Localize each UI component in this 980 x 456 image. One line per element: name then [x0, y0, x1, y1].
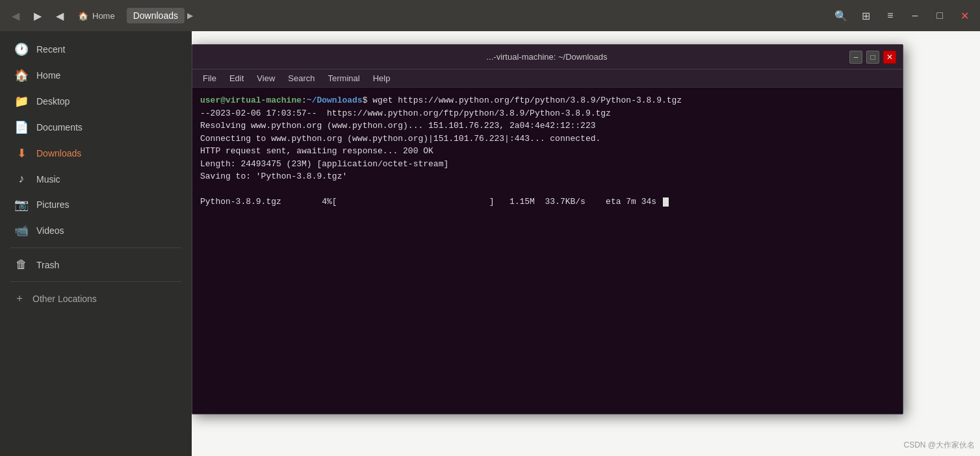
- search-button[interactable]: 🔍: [831, 5, 851, 26]
- terminal-prompt-dollar: $: [363, 95, 373, 105]
- sidebar-item-recent[interactable]: 🕐 Recent: [4, 37, 188, 62]
- forward-icon: ▶: [34, 10, 42, 22]
- sidebar-divider: [10, 247, 181, 248]
- recent-icon: 🕐: [14, 42, 29, 57]
- terminal-command: wget https://www.python.org/ftp/python/3…: [372, 95, 682, 105]
- sidebar-label-home: Home: [36, 70, 60, 81]
- sidebar-label-recent: Recent: [36, 44, 65, 55]
- home-icon: 🏠: [78, 11, 88, 21]
- home-sidebar-icon: 🏠: [14, 68, 29, 82]
- terminal-progress-line: Python-3.8.9.tgz 4%[ ] 1.15M 33.7KB/s et…: [200, 197, 669, 207]
- sidebar-label-documents: Documents: [36, 122, 83, 133]
- sidebar-label-videos: Videos: [36, 225, 64, 236]
- watermark-text: CSDN @大作家伙名: [903, 440, 975, 450]
- view-toggle-button[interactable]: ⊞: [855, 5, 876, 26]
- terminal-prompt-user: user@virtual-machine: [200, 95, 302, 105]
- minimize-icon: –: [912, 10, 918, 21]
- menu-icon: ≡: [887, 10, 893, 21]
- history-icon: ◀: [56, 10, 64, 22]
- sidebar-label-pictures: Pictures: [36, 199, 70, 210]
- sidebar: 🕐 Recent 🏠 Home 📁 Desktop 📄 Documents ⬇ …: [0, 31, 192, 456]
- view-icon: ⊞: [862, 10, 870, 22]
- terminal-prompt-path: ~/Downloads: [307, 95, 363, 105]
- desktop-icon: 📁: [14, 94, 29, 108]
- sidebar-item-music[interactable]: ♪ Music: [4, 167, 188, 191]
- menu-file[interactable]: File: [198, 72, 222, 84]
- menu-view[interactable]: View: [251, 72, 280, 84]
- sidebar-label-downloads: Downloads: [36, 148, 81, 158]
- videos-icon: 📹: [14, 223, 29, 238]
- terminal-cursor: [663, 197, 669, 207]
- sidebar-item-home[interactable]: 🏠 Home: [4, 63, 188, 88]
- history-button[interactable]: ◀: [49, 5, 70, 26]
- music-icon: ♪: [14, 172, 29, 186]
- content-area: ...-virtual-machine: ~/Downloads – □ ✕ F…: [192, 31, 980, 456]
- home-button[interactable]: 🏠 Home: [71, 5, 122, 26]
- terminal-window[interactable]: ...-virtual-machine: ~/Downloads – □ ✕ F…: [192, 44, 903, 414]
- sidebar-label-other: Other Locations: [32, 294, 97, 304]
- documents-icon: 📄: [14, 120, 29, 134]
- window-close-button[interactable]: ✕: [954, 5, 975, 26]
- terminal-title: ...-virtual-machine: ~/Downloads: [244, 52, 849, 62]
- pictures-icon: 📷: [14, 197, 29, 212]
- menu-help[interactable]: Help: [368, 72, 396, 84]
- terminal-minimize-button[interactable]: –: [849, 51, 862, 64]
- downloads-icon: ⬇: [14, 146, 29, 160]
- terminal-body[interactable]: user@virtual-machine:~/Downloads$ wget h…: [192, 88, 903, 414]
- terminal-maximize-button[interactable]: □: [866, 51, 879, 64]
- sidebar-label-trash: Trash: [36, 260, 59, 270]
- topbar: ◀ ▶ ◀ 🏠 Home Downloads ▶ 🔍 ⊞ ≡ – □: [0, 0, 980, 31]
- sidebar-item-downloads[interactable]: ⬇ Downloads: [4, 141, 188, 166]
- nav-buttons: ◀ ▶ ◀ 🏠 Home: [5, 5, 122, 26]
- breadcrumb: Downloads ▶: [127, 8, 193, 23]
- sidebar-item-pictures[interactable]: 📷 Pictures: [4, 192, 188, 217]
- terminal-close-button[interactable]: ✕: [883, 51, 896, 64]
- add-icon: ＋: [14, 292, 25, 305]
- window-maximize-button[interactable]: □: [929, 5, 950, 26]
- close-icon: ✕: [961, 10, 969, 22]
- topbar-actions: 🔍 ⊞ ≡ – □ ✕: [831, 5, 975, 26]
- breadcrumb-arrow: ▶: [187, 11, 193, 20]
- sidebar-label-desktop: Desktop: [36, 96, 70, 107]
- window-minimize-button[interactable]: –: [905, 5, 925, 26]
- home-label: Home: [92, 11, 115, 21]
- terminal-menubar: File Edit View Search Terminal Help: [192, 70, 903, 88]
- sidebar-item-trash[interactable]: 🗑 Trash: [4, 253, 188, 277]
- menu-search[interactable]: Search: [283, 72, 320, 84]
- sidebar-item-documents[interactable]: 📄 Documents: [4, 115, 188, 140]
- menu-terminal[interactable]: Terminal: [323, 72, 365, 84]
- main-area: 🕐 Recent 🏠 Home 📁 Desktop 📄 Documents ⬇ …: [0, 31, 980, 456]
- sidebar-divider-2: [10, 281, 181, 282]
- menu-edit[interactable]: Edit: [224, 72, 249, 84]
- terminal-titlebar: ...-virtual-machine: ~/Downloads – □ ✕: [192, 45, 903, 70]
- forward-button[interactable]: ▶: [27, 5, 48, 26]
- maximize-icon: □: [936, 10, 943, 21]
- sidebar-item-other-locations[interactable]: ＋ Other Locations: [4, 286, 188, 310]
- sidebar-label-music: Music: [36, 174, 60, 184]
- terminal-controls: – □ ✕: [849, 51, 896, 64]
- back-button[interactable]: ◀: [5, 5, 26, 26]
- back-icon: ◀: [12, 10, 19, 22]
- sidebar-item-desktop[interactable]: 📁 Desktop: [4, 89, 188, 114]
- menu-button[interactable]: ≡: [880, 5, 901, 26]
- terminal-prompt-colon: :: [302, 95, 307, 105]
- search-icon: 🔍: [834, 10, 847, 22]
- trash-icon: 🗑: [14, 258, 29, 272]
- sidebar-item-videos[interactable]: 📹 Videos: [4, 218, 188, 243]
- watermark: CSDN @大作家伙名: [903, 440, 975, 451]
- breadcrumb-downloads[interactable]: Downloads: [127, 8, 185, 23]
